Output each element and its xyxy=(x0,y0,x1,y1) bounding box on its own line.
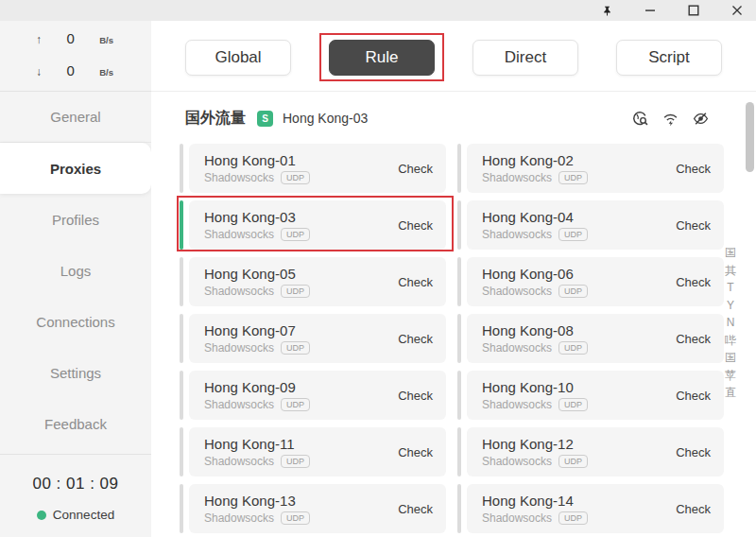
proxy-card-hong-kong-07[interactable]: Hong Kong-07 Shadowsocks UDP Check xyxy=(180,314,446,363)
proxy-card-body: Hong Kong-10 Shadowsocks UDP Check xyxy=(467,371,724,420)
check-button[interactable]: Check xyxy=(398,502,433,516)
check-button[interactable]: Check xyxy=(676,332,711,346)
proxy-card-hong-kong-01[interactable]: Hong Kong-01 Shadowsocks UDP Check xyxy=(180,144,446,193)
check-button[interactable]: Check xyxy=(676,218,711,233)
group-index-char[interactable]: 苹 xyxy=(725,367,736,385)
proxy-card-hong-kong-05[interactable]: Hong Kong-05 Shadowsocks UDP Check xyxy=(180,257,446,306)
close-icon[interactable] xyxy=(730,3,745,18)
sidebar-item-logs[interactable]: Logs xyxy=(0,245,151,296)
selection-bar xyxy=(180,314,183,363)
proxy-card-hong-kong-06[interactable]: Hong Kong-06 Shadowsocks UDP Check xyxy=(457,257,724,306)
udp-badge: UDP xyxy=(281,341,310,355)
proxy-card-text: Hong Kong-05 Shadowsocks UDP xyxy=(204,266,310,299)
latency-search-icon[interactable] xyxy=(632,111,648,127)
proxy-card-body: Hong Kong-06 Shadowsocks UDP Check xyxy=(467,257,724,306)
selection-bar xyxy=(457,427,461,476)
sidebar-item-connections[interactable]: Connections xyxy=(0,296,151,347)
group-index-rail: 国其TYN哔国苹直 xyxy=(723,244,738,402)
group-index-char[interactable]: N xyxy=(727,314,735,332)
sidebar-item-settings[interactable]: Settings xyxy=(0,347,151,398)
check-button[interactable]: Check xyxy=(676,445,711,459)
proxy-protocol: Shadowsocks xyxy=(482,285,552,298)
tab-direct[interactable]: Direct xyxy=(472,40,578,76)
sidebar-item-profiles[interactable]: Profiles xyxy=(0,194,151,245)
selection-bar xyxy=(180,484,183,533)
check-button[interactable]: Check xyxy=(676,162,711,176)
proxy-protocol: Shadowsocks xyxy=(482,341,552,355)
download-arrow-icon: ↓ xyxy=(36,65,42,78)
proxy-meta: Shadowsocks UDP xyxy=(204,398,310,412)
sidebar-item-general[interactable]: General xyxy=(0,92,151,143)
check-button[interactable]: Check xyxy=(398,162,433,176)
sidebar-item-proxies[interactable]: Proxies xyxy=(0,143,151,194)
sidebar-item-feedback[interactable]: Feedback xyxy=(0,398,151,449)
proxy-card-hong-kong-03[interactable]: Hong Kong-03 Shadowsocks UDP Check xyxy=(180,200,446,250)
udp-badge: UDP xyxy=(558,398,588,412)
proxy-meta: Shadowsocks UDP xyxy=(482,285,588,299)
proxy-meta: Shadowsocks UDP xyxy=(482,171,588,185)
proxy-card-hong-kong-11[interactable]: Hong Kong-11 Shadowsocks UDP Check xyxy=(180,427,446,476)
proxy-name: Hong Kong-03 xyxy=(204,209,310,225)
proxy-meta: Shadowsocks UDP xyxy=(482,398,588,412)
check-button[interactable]: Check xyxy=(676,389,711,403)
proxy-grid: Hong Kong-01 Shadowsocks UDP Check Hong … xyxy=(180,144,724,533)
hide-nodes-icon[interactable] xyxy=(693,111,709,127)
tab-global[interactable]: Global xyxy=(185,40,291,76)
proxy-name: Hong Kong-07 xyxy=(204,322,310,338)
minimize-icon[interactable] xyxy=(643,3,658,18)
check-button[interactable]: Check xyxy=(398,275,433,289)
sidebar: ↑ 0 B/s ↓ 0 B/s General Proxies Profiles… xyxy=(0,21,151,537)
proxy-name: Hong Kong-02 xyxy=(482,152,588,168)
check-button[interactable]: Check xyxy=(398,332,433,346)
proxy-card-hong-kong-02[interactable]: Hong Kong-02 Shadowsocks UDP Check xyxy=(457,144,724,193)
upload-arrow-icon: ↑ xyxy=(36,33,42,46)
proxy-card-hong-kong-13[interactable]: Hong Kong-13 Shadowsocks UDP Check xyxy=(180,484,446,533)
proxy-card-body: Hong Kong-03 Shadowsocks UDP Check xyxy=(189,200,446,250)
pin-icon[interactable] xyxy=(599,3,614,18)
sidebar-item-label: Connections xyxy=(36,314,114,330)
titlebar xyxy=(0,0,756,21)
proxy-card-hong-kong-12[interactable]: Hong Kong-12 Shadowsocks UDP Check xyxy=(457,427,724,476)
group-index-char[interactable]: T xyxy=(727,279,733,297)
udp-badge: UDP xyxy=(558,285,588,299)
sidebar-item-label: General xyxy=(50,109,100,125)
check-button[interactable]: Check xyxy=(676,275,711,289)
group-index-char[interactable]: 国 xyxy=(725,349,736,367)
proxy-card-text: Hong Kong-04 Shadowsocks UDP xyxy=(482,209,588,242)
proxy-card-text: Hong Kong-03 Shadowsocks UDP xyxy=(204,209,310,242)
check-button[interactable]: Check xyxy=(676,502,711,516)
maximize-icon[interactable] xyxy=(686,3,701,18)
proxy-card-text: Hong Kong-09 Shadowsocks UDP xyxy=(204,379,310,412)
check-button[interactable]: Check xyxy=(398,389,433,403)
proxy-card-text: Hong Kong-06 Shadowsocks UDP xyxy=(482,266,588,299)
tab-rule[interactable]: Rule xyxy=(329,40,435,76)
tab-script[interactable]: Script xyxy=(616,40,722,76)
group-index-char[interactable]: 直 xyxy=(725,384,736,402)
proxy-meta: Shadowsocks UDP xyxy=(482,341,588,355)
udp-badge: UDP xyxy=(558,171,588,185)
udp-badge: UDP xyxy=(281,455,310,469)
proxy-name: Hong Kong-06 xyxy=(482,266,588,282)
group-index-char[interactable]: Y xyxy=(727,297,734,315)
proxy-meta: Shadowsocks UDP xyxy=(204,228,310,242)
scrollbar-thumb[interactable] xyxy=(746,102,754,172)
selection-bar xyxy=(457,314,461,363)
connection-status: Connected xyxy=(0,508,151,522)
proxy-protocol: Shadowsocks xyxy=(204,455,274,468)
proxy-card-text: Hong Kong-10 Shadowsocks UDP xyxy=(482,379,588,412)
proxy-card-hong-kong-09[interactable]: Hong Kong-09 Shadowsocks UDP Check xyxy=(180,371,446,420)
proxy-name: Hong Kong-09 xyxy=(204,379,310,395)
proxy-meta: Shadowsocks UDP xyxy=(204,171,310,185)
proxy-protocol: Shadowsocks xyxy=(204,341,274,355)
group-index-char[interactable]: 其 xyxy=(725,262,736,280)
proxy-card-hong-kong-10[interactable]: Hong Kong-10 Shadowsocks UDP Check xyxy=(457,371,724,420)
group-index-char[interactable]: 国 xyxy=(725,244,736,262)
proxy-card-hong-kong-04[interactable]: Hong Kong-04 Shadowsocks UDP Check xyxy=(457,200,724,250)
group-index-char[interactable]: 哔 xyxy=(725,332,736,350)
proxy-card-hong-kong-08[interactable]: Hong Kong-08 Shadowsocks UDP Check xyxy=(457,314,724,363)
traffic-panel: ↑ 0 B/s ↓ 0 B/s xyxy=(0,21,151,92)
proxy-card-hong-kong-14[interactable]: Hong Kong-14 Shadowsocks UDP Check xyxy=(457,484,724,533)
wifi-test-icon[interactable] xyxy=(662,111,679,127)
check-button[interactable]: Check xyxy=(398,218,433,233)
check-button[interactable]: Check xyxy=(398,445,433,459)
